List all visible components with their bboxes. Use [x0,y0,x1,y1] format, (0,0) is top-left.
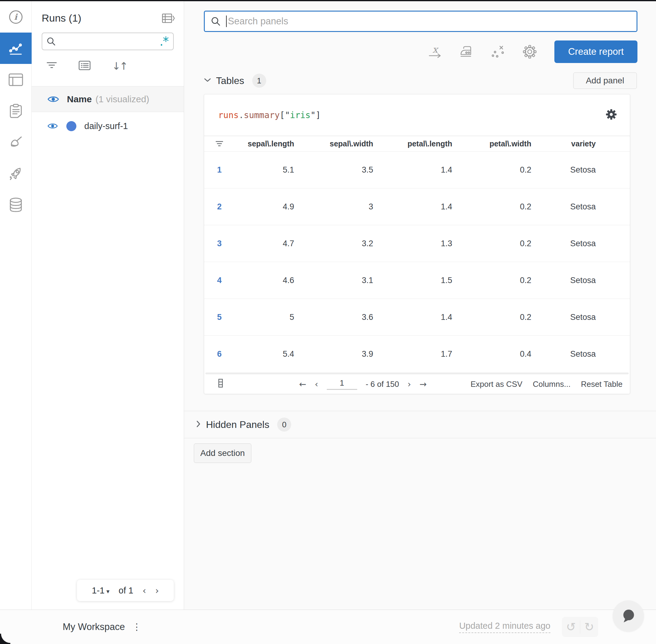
runs-next-page-button[interactable]: › [155,585,159,596]
cell: 3.5 [314,165,393,175]
text-cursor [226,16,227,27]
cell: 3.2 [314,239,393,248]
column-header[interactable]: petal\.length [393,139,472,148]
column-header[interactable]: sepal\.length [235,139,314,148]
regex-toggle[interactable]: .* [160,38,168,44]
cell: 4.6 [235,276,314,285]
outliers-icon[interactable] [491,45,505,59]
tables-count-badge: 1 [252,74,266,88]
cell: 0.4 [472,349,551,359]
table-filter-icon[interactable] [204,140,235,147]
filter-icon[interactable] [46,61,57,71]
runs-prev-page-button[interactable]: ‹ [142,585,146,596]
launch-rocket-icon[interactable] [0,158,32,189]
runs-table-expand-button[interactable] [162,13,174,23]
cell: 5 [235,313,314,322]
search-icon [211,17,220,26]
row-index-link[interactable]: 3 [204,239,235,248]
reset-table-button[interactable]: Reset Table [581,380,623,389]
chevron-down-icon[interactable] [204,78,211,84]
runs-name-header-row[interactable]: Name (1 visualized) [32,86,184,112]
search-icon [47,37,56,46]
row-index-link[interactable]: 5 [204,313,235,322]
next-page-button[interactable]: › [408,379,411,389]
workspace-menu-kebab-icon[interactable]: ⋮ [132,623,141,631]
cell: 3.1 [314,276,393,285]
settings-gear-icon[interactable] [523,45,537,59]
column-header[interactable]: sepal\.width [314,139,393,148]
workspace-actions-row: x [204,41,637,63]
chat-support-button[interactable] [613,600,644,631]
panel-settings-gear-icon[interactable] [606,109,617,121]
cell: 5.4 [235,349,314,359]
notes-clipboard-icon[interactable] [0,95,32,127]
table-panel: runs.summary["iris"] [204,94,630,394]
table-row: 1 5.1 3.5 1.4 0.2 Setosa [204,152,630,188]
columns-button[interactable]: Columns... [533,380,570,389]
tables-section-header: Tables 1 Add panel [204,72,637,89]
workspace-name-label[interactable]: My Workspace [63,621,125,632]
sweeps-broom-icon[interactable] [0,127,32,158]
cell: 0.2 [472,313,551,322]
first-page-button[interactable]: ← [299,379,306,389]
run-name[interactable]: daily-surf-1 [84,121,128,131]
cell: 3.6 [314,313,393,322]
hidden-panels-section-header[interactable]: Hidden Panels 0 [184,411,656,438]
smoothing-iron-icon[interactable] [460,45,473,58]
undo-button[interactable]: ↺ [562,617,580,637]
run-list-item[interactable]: daily-surf-1 [32,112,184,140]
cell: Setosa [551,313,630,322]
redo-button[interactable]: ↻ [580,617,598,637]
table-row: 6 5.4 3.9 1.7 0.4 Setosa [204,336,630,372]
table-footer-actions: Export as CSV Columns... Reset Table [470,380,623,389]
panels-layout-icon[interactable] [0,64,32,95]
search-panels-placeholder: Search panels [228,16,288,27]
export-csv-button[interactable]: Export as CSV [470,380,522,389]
tables-section-title[interactable]: Tables [216,75,244,87]
chevron-right-icon[interactable] [196,420,201,429]
cell: 1.4 [393,313,472,322]
row-index-link[interactable]: 6 [204,349,235,359]
row-index-link[interactable]: 2 [204,202,235,211]
row-index-link[interactable]: 4 [204,276,235,285]
app-screen: i [0,0,656,644]
row-height-icon[interactable] [218,378,223,390]
info-icon[interactable]: i [0,1,32,32]
run-list-settings-icon[interactable] [78,61,91,71]
visualized-count-label: (1 visualized) [96,94,149,105]
prev-page-button[interactable]: ‹ [314,379,318,389]
cell: 1.4 [393,202,472,211]
run-visibility-eye-icon[interactable] [47,122,58,130]
column-header[interactable]: petal\.width [472,139,551,148]
table-pager: ← ‹ 1 - 6 of 150 › → [299,378,427,390]
page-number-input[interactable]: 1 [327,378,357,390]
screen-corner [0,634,10,644]
updated-timestamp[interactable]: Updated 2 minutes ago [459,621,550,633]
x-axis-icon[interactable]: x [428,45,442,58]
runs-page-range-dropdown[interactable]: 1-1▾ [92,585,110,596]
runs-search-input[interactable]: .* [42,32,174,50]
add-section-button[interactable]: Add section [194,443,251,463]
visibility-eye-icon[interactable] [47,95,59,103]
runs-page-total: of 1 [119,585,133,596]
hidden-panels-title: Hidden Panels [206,419,269,430]
cell: Setosa [551,239,630,248]
hidden-panels-count-badge: 0 [277,418,291,432]
table-row: 5 5 3.6 1.4 0.2 Setosa [204,299,630,336]
workspace-chart-icon[interactable] [0,32,32,64]
left-icon-rail: i [0,1,32,610]
table-header-row: sepal\.length sepal\.width petal\.length… [204,136,630,152]
chevron-down-icon: ▾ [107,588,110,595]
sort-icon[interactable]: ↓↑ [112,60,127,72]
cell: 1.3 [393,239,472,248]
artifacts-database-icon[interactable] [0,189,32,221]
create-report-button[interactable]: Create report [554,41,637,63]
add-panel-button[interactable]: Add panel [573,72,637,89]
cell: 1.4 [393,165,472,175]
search-panels-input[interactable]: Search panels [204,10,637,32]
column-header[interactable]: variety [551,139,630,148]
row-index-link[interactable]: 1 [204,165,235,175]
last-page-button[interactable]: → [420,379,427,389]
run-color-dot [66,121,76,131]
chat-bubble-icon [620,607,637,624]
